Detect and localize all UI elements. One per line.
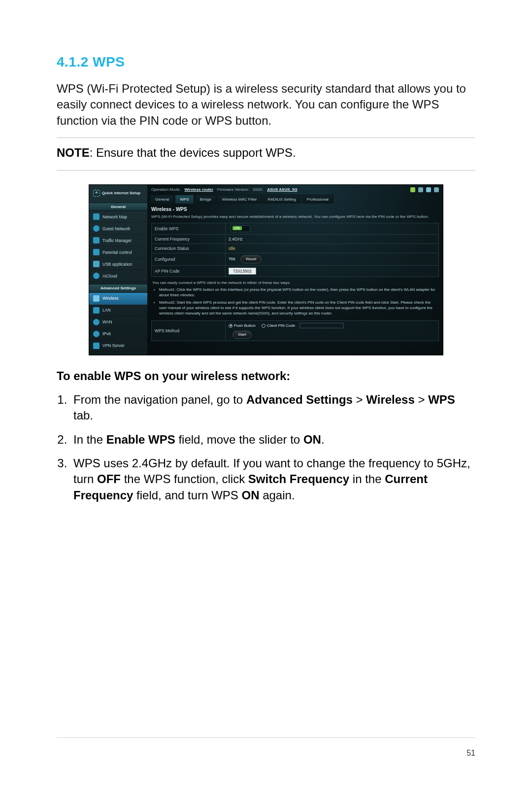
tab-professional[interactable]: Professional — [302, 195, 333, 204]
start-button[interactable]: Start — [233, 331, 252, 339]
sidebar-header-general: General — [89, 203, 147, 211]
user-icon[interactable] — [410, 187, 415, 192]
sidebar-item-traffic-manager[interactable]: Traffic Manager — [89, 235, 147, 246]
tab-general[interactable]: General — [150, 195, 174, 204]
text-bold: Wireless — [366, 393, 415, 406]
status-icon[interactable] — [418, 187, 423, 192]
usb-icon[interactable] — [426, 187, 431, 192]
step-1: From the navigation panel, go to Advance… — [70, 392, 475, 424]
lan-icon — [93, 307, 100, 314]
text-bold: ON — [241, 488, 259, 502]
connection-status: Idle — [229, 246, 235, 251]
tab-mac-filter[interactable]: Wireless MAC Filter — [217, 195, 262, 204]
radio-label: Push Button — [234, 323, 256, 328]
parental-control-icon — [93, 249, 100, 255]
text: > — [353, 393, 366, 406]
quick-internet-setup[interactable]: Quick Internet Setup — [89, 187, 147, 201]
text-bold: Switch Frequency — [248, 472, 349, 486]
radio-push-button[interactable]: Push Button — [229, 323, 256, 328]
main-panel: Operation Mode: Wireless router Firmware… — [147, 185, 443, 355]
note-line: NOTE: Ensure that the devices support WP… — [57, 145, 475, 161]
row-enable-wps-value — [226, 223, 439, 234]
method-2: Method2: Start the client WPS process an… — [159, 300, 438, 316]
wan-icon — [93, 319, 100, 325]
guest-network-icon — [93, 225, 100, 232]
footer-divider — [57, 737, 475, 738]
text-bold: WPS — [428, 393, 455, 406]
sidebar-item-guest-network[interactable]: Guest Network — [89, 223, 147, 235]
sidebar-item-label: Wireless — [102, 296, 119, 301]
router-screenshot: Quick Internet Setup General Network Map… — [89, 184, 443, 355]
steps-list: From the navigation panel, go to Advance… — [57, 392, 475, 503]
radio-label: Client PIN Code — [267, 323, 295, 328]
wifi-icon[interactable] — [434, 187, 439, 192]
sidebar-item-label: USB application — [102, 262, 132, 267]
divider — [57, 170, 475, 171]
op-mode-label: Operation Mode: — [151, 187, 181, 192]
page-number: 51 — [466, 749, 475, 758]
text: From the navigation panel, go to — [73, 393, 246, 406]
radio-icon — [262, 324, 266, 328]
sidebar-item-aicloud[interactable]: AiCloud — [89, 270, 147, 282]
section-heading: 4.1.2 WPS — [57, 54, 475, 70]
text: tab. — [73, 409, 93, 422]
intro-paragraph: WPS (Wi-Fi Protected Setup) is a wireles… — [57, 81, 475, 129]
tab-wps[interactable]: WPS — [175, 195, 194, 204]
methods-intro: You can easily connect a WPS client to t… — [152, 280, 438, 285]
row-wps-method-value: Push Button Client PIN Code Start — [226, 321, 439, 341]
row-enable-wps-label: Enable WPS — [152, 223, 226, 234]
wireless-icon — [93, 295, 100, 302]
row-connection-status-value: Idle — [226, 244, 439, 253]
sidebar-item-label: IPv6 — [102, 331, 111, 336]
sidebar-item-label: VPN Server — [102, 343, 125, 348]
row-configured-label: Configured — [152, 253, 226, 266]
sidebar-item-lan[interactable]: LAN — [89, 305, 147, 316]
sidebar-header-advanced: Advanced Settings — [89, 284, 147, 293]
sidebar-item-label: Parental control — [102, 250, 132, 255]
tab-bridge[interactable]: Bridge — [195, 195, 216, 204]
row-connection-status-label: Connection Status — [152, 244, 226, 253]
sidebar-item-vpn-server[interactable]: VPN Server — [89, 340, 147, 352]
text-bold: ON — [303, 433, 321, 446]
row-frequency-value: 2.4GHz — [226, 234, 439, 244]
ssid-label: SSID: — [253, 187, 263, 192]
row-ap-pin-value: 72013502 — [226, 265, 439, 277]
sidebar-item-network-map[interactable]: Network Map — [89, 211, 147, 223]
subheading: To enable WPS on your wireless network: — [57, 369, 475, 383]
firmware-label: Firmware Version: — [217, 187, 249, 192]
qis-label: Quick Internet Setup — [102, 191, 140, 196]
ap-pin-code: 72013502 — [229, 268, 256, 275]
row-ap-pin-label: AP PIN Code — [152, 265, 226, 277]
row-configured-value: Yes Reset — [226, 253, 439, 266]
sidebar-item-wireless[interactable]: Wireless — [89, 293, 147, 305]
panel-description: WPS (Wi-Fi Protected Setup) provides eas… — [151, 214, 439, 220]
sidebar-item-label: LAN — [102, 308, 111, 313]
reset-button[interactable]: Reset — [240, 255, 262, 263]
text-bold: Enable WPS — [106, 433, 175, 446]
sidebar-item-usb-application[interactable]: USB application — [89, 258, 147, 270]
radio-client-pin[interactable]: Client PIN Code — [262, 323, 344, 328]
text: the WPS function, click — [121, 472, 248, 486]
tab-radius[interactable]: RADIUS Setting — [263, 195, 301, 204]
ssid-value[interactable]: ASUS ASUS_5G — [267, 187, 298, 192]
ipv6-icon — [93, 331, 100, 337]
text: In the — [73, 433, 106, 446]
tabs: General WPS Bridge Wireless MAC Filter R… — [147, 193, 443, 204]
note-text: : Ensure that the devices support WPS. — [90, 146, 296, 159]
op-mode-value[interactable]: Wireless router — [185, 187, 213, 192]
aicloud-icon — [93, 273, 100, 279]
sidebar-item-parental-control[interactable]: Parental control — [89, 246, 147, 258]
enable-wps-toggle[interactable] — [231, 225, 250, 232]
sidebar-item-ipv6[interactable]: IPv6 — [89, 328, 147, 340]
client-pin-input[interactable] — [299, 323, 344, 328]
configured-value: Yes — [229, 256, 235, 261]
text: field, and turn WPS — [133, 488, 241, 502]
step-3: WPS uses 2.4GHz by default. If you want … — [70, 455, 475, 503]
sidebar-item-label: Network Map — [102, 214, 127, 219]
text: > — [415, 393, 428, 406]
divider — [57, 138, 475, 138]
text: . — [321, 433, 325, 446]
settings-table: Enable WPS Current Frequency 2.4GHz Conn… — [151, 223, 439, 277]
sidebar-item-wan[interactable]: WAN — [89, 316, 147, 328]
traffic-manager-icon — [93, 237, 100, 244]
